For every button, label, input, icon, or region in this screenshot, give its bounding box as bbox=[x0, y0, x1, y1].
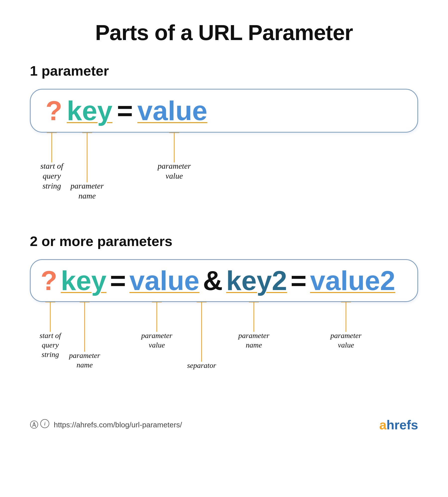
svg-text:query: query bbox=[42, 341, 59, 349]
equals-1: = bbox=[117, 97, 133, 124]
section-1-parameter: 1 parameter ? key = value start of query… bbox=[30, 63, 418, 213]
svg-text:parameter: parameter bbox=[69, 351, 100, 359]
svg-text:query: query bbox=[43, 171, 61, 180]
ahrefs-logo-rest: hrefs bbox=[387, 418, 418, 432]
diagram-1: start of query string parameter name par… bbox=[30, 133, 418, 213]
key-1: key bbox=[67, 97, 112, 124]
key-2: key bbox=[61, 267, 107, 294]
svg-text:name: name bbox=[78, 191, 96, 200]
svg-text:separator: separator bbox=[187, 361, 216, 369]
url-box-1: ? key = value bbox=[30, 89, 418, 133]
svg-text:parameter: parameter bbox=[70, 181, 104, 190]
section-2-parameters: 2 or more parameters ? key = value & key… bbox=[30, 233, 418, 393]
svg-text:start of: start of bbox=[40, 331, 62, 340]
svg-text:string: string bbox=[43, 181, 61, 190]
footer-icons: Ⓐ i bbox=[30, 419, 49, 431]
svg-text:parameter: parameter bbox=[238, 331, 270, 340]
equals-2a: = bbox=[110, 267, 126, 294]
question-mark-2: ? bbox=[41, 267, 57, 294]
svg-text:parameter: parameter bbox=[157, 161, 191, 170]
ahrefs-logo-a: a bbox=[379, 418, 387, 432]
value-1: value bbox=[137, 97, 207, 124]
section2-heading: 2 or more parameters bbox=[30, 233, 418, 249]
diagram-2: start of query string parameter name par… bbox=[30, 302, 418, 393]
question-mark-1: ? bbox=[46, 97, 62, 124]
footer-url: https://ahrefs.com/blog/url-parameters/ bbox=[54, 421, 182, 429]
footer-left: Ⓐ i https://ahrefs.com/blog/url-paramete… bbox=[30, 419, 182, 431]
ampersand: & bbox=[203, 267, 223, 294]
svg-text:string: string bbox=[42, 350, 59, 358]
ahrefs-logo: ahrefs bbox=[379, 417, 418, 432]
info-icon: i bbox=[40, 419, 49, 428]
svg-text:value: value bbox=[338, 341, 354, 349]
svg-text:value: value bbox=[149, 341, 165, 349]
value2: value2 bbox=[310, 267, 395, 294]
page-title: Parts of a URL Parameter bbox=[30, 20, 418, 45]
svg-text:value: value bbox=[166, 171, 183, 180]
svg-text:parameter: parameter bbox=[330, 331, 362, 340]
value-2a: value bbox=[129, 267, 199, 294]
creative-commons-icon: Ⓐ bbox=[30, 419, 38, 431]
url-box-2: ? key = value & key2 = value2 bbox=[30, 259, 418, 302]
footer: Ⓐ i https://ahrefs.com/blog/url-paramete… bbox=[30, 412, 418, 432]
key2: key2 bbox=[226, 267, 287, 294]
section1-heading: 1 parameter bbox=[30, 63, 418, 79]
svg-text:name: name bbox=[246, 341, 262, 349]
svg-text:start of: start of bbox=[40, 161, 64, 170]
svg-text:name: name bbox=[77, 361, 93, 369]
equals-2b: = bbox=[290, 267, 306, 294]
svg-text:parameter: parameter bbox=[141, 331, 172, 340]
